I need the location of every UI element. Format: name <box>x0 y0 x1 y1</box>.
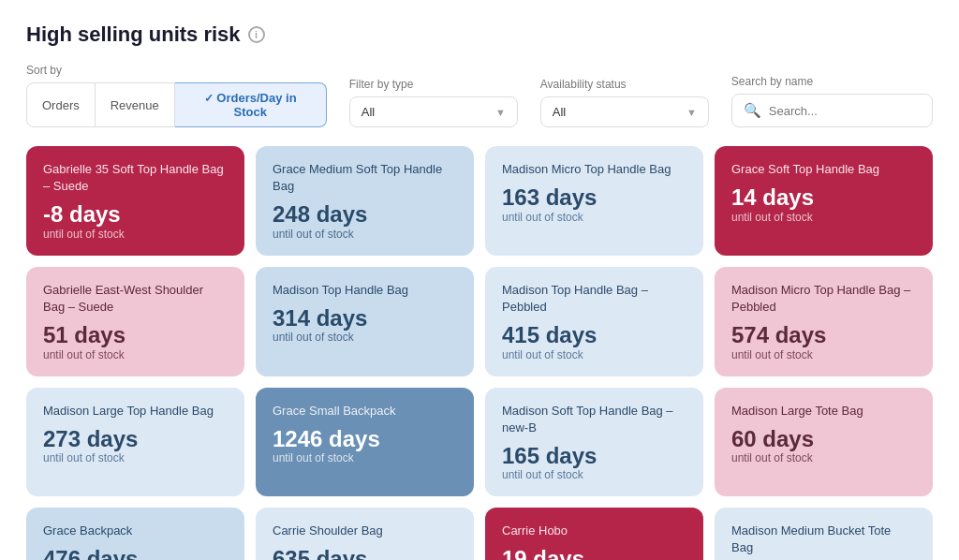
card-name: Madison Micro Top Handle Bag – Pebbled <box>731 282 916 316</box>
card-name: Madison Large Tote Bag <box>731 403 916 420</box>
sort-buttons: Orders Revenue Orders/Day in Stock <box>26 82 327 127</box>
product-card[interactable]: Madison Large Top Handle Bag 273 days un… <box>26 388 244 497</box>
search-control: Search by name 🔍 <box>731 75 933 127</box>
card-name: Madison Medium Bucket Tote Bag <box>731 523 916 556</box>
product-card[interactable]: Madison Medium Bucket Tote Bag 150 days … <box>715 508 933 560</box>
filter-type-control: Filter by type All ▼ <box>349 78 518 127</box>
card-subtitle: until out of stock <box>502 211 686 224</box>
card-days: 165 days <box>502 444 686 468</box>
availability-select[interactable]: All ▼ <box>540 96 709 127</box>
filter-type-value: All <box>361 105 375 119</box>
card-name: Madison Top Handle Bag <box>273 282 457 299</box>
search-input[interactable] <box>769 104 921 118</box>
availability-control: Availability status All ▼ <box>540 78 709 127</box>
sort-orders-button[interactable]: Orders <box>26 82 96 127</box>
card-days: 314 days <box>273 306 457 331</box>
product-card[interactable]: Carrie Hobo 19 days until out of stock <box>485 508 703 560</box>
card-subtitle: until out of stock <box>731 348 916 361</box>
card-name: Grace Backpack <box>43 523 228 539</box>
card-name: Madison Large Top Handle Bag <box>43 403 228 420</box>
card-days: 19 days <box>502 547 686 560</box>
card-days: 1246 days <box>273 427 457 451</box>
product-card[interactable]: Gabrielle East-West Shoulder Bag – Suede… <box>26 267 244 376</box>
sort-orders-day-button[interactable]: Orders/Day in Stock <box>175 82 327 127</box>
product-grid: Gabrielle 35 Soft Top Handle Bag – Suede… <box>26 146 933 560</box>
product-card[interactable]: Grace Medium Soft Top Handle Bag 248 day… <box>256 146 474 256</box>
filter-type-label: Filter by type <box>349 78 518 91</box>
card-subtitle: until out of stock <box>731 451 916 464</box>
sort-revenue-button[interactable]: Revenue <box>96 82 175 127</box>
card-days: 635 days <box>273 547 457 560</box>
card-days: 415 days <box>502 323 686 347</box>
product-card[interactable]: Madison Top Handle Bag 314 days until ou… <box>256 267 474 376</box>
card-days: 273 days <box>43 427 228 451</box>
card-subtitle: until out of stock <box>273 451 457 464</box>
controls-row: Sort by Orders Revenue Orders/Day in Sto… <box>26 64 933 127</box>
search-box: 🔍 <box>731 94 933 127</box>
card-name: Grace Small Backpack <box>273 403 457 420</box>
info-icon[interactable]: i <box>248 26 265 43</box>
card-days: 476 days <box>43 547 228 560</box>
card-days: 14 days <box>731 185 916 210</box>
card-name: Grace Soft Top Handle Bag <box>731 161 916 178</box>
availability-label: Availability status <box>540 78 709 91</box>
card-days: 51 days <box>43 323 228 347</box>
sort-control: Sort by Orders Revenue Orders/Day in Sto… <box>26 64 327 127</box>
card-name: Gabrielle 35 Soft Top Handle Bag – Suede <box>43 161 228 195</box>
card-name: Madison Micro Top Handle Bag <box>502 161 686 178</box>
card-name: Madison Soft Top Handle Bag – new-B <box>502 403 686 436</box>
card-name: Gabrielle East-West Shoulder Bag – Suede <box>43 282 228 316</box>
card-subtitle: until out of stock <box>502 468 686 481</box>
card-name: Madison Top Handle Bag – Pebbled <box>502 282 686 316</box>
product-card[interactable]: Madison Soft Top Handle Bag – new-B 165 … <box>485 388 703 497</box>
card-subtitle: until out of stock <box>43 451 228 464</box>
product-card[interactable]: Madison Top Handle Bag – Pebbled 415 day… <box>485 267 703 376</box>
card-subtitle: until out of stock <box>273 228 457 241</box>
product-card[interactable]: Grace Small Backpack 1246 days until out… <box>256 388 474 497</box>
card-subtitle: until out of stock <box>43 348 228 361</box>
card-subtitle: until out of stock <box>731 211 916 224</box>
availability-value: All <box>553 105 566 119</box>
card-days: 163 days <box>502 185 686 210</box>
product-card[interactable]: Grace Backpack 476 days until out of sto… <box>26 508 244 560</box>
product-card[interactable]: Gabrielle 35 Soft Top Handle Bag – Suede… <box>26 146 244 256</box>
card-days: 574 days <box>731 323 916 347</box>
card-name: Grace Medium Soft Top Handle Bag <box>273 161 457 195</box>
product-card[interactable]: Madison Large Tote Bag 60 days until out… <box>715 388 933 497</box>
card-days: 248 days <box>273 202 457 227</box>
search-icon: 🔍 <box>744 102 761 119</box>
card-subtitle: until out of stock <box>502 348 686 361</box>
product-card[interactable]: Carrie Shoulder Bag 635 days until out o… <box>256 508 474 560</box>
sort-label: Sort by <box>26 64 327 77</box>
card-subtitle: until out of stock <box>273 331 457 344</box>
page-title: High selling units risk i <box>26 22 933 47</box>
chevron-down-icon-2: ▼ <box>686 107 697 118</box>
card-subtitle: until out of stock <box>43 228 228 241</box>
card-name: Carrie Hobo <box>502 523 686 539</box>
card-name: Carrie Shoulder Bag <box>273 523 457 539</box>
chevron-down-icon: ▼ <box>495 107 506 118</box>
product-card[interactable]: Madison Micro Top Handle Bag – Pebbled 5… <box>715 267 933 376</box>
card-days: -8 days <box>43 202 228 227</box>
filter-type-select[interactable]: All ▼ <box>349 96 518 127</box>
search-label: Search by name <box>731 75 933 88</box>
product-card[interactable]: Grace Soft Top Handle Bag 14 days until … <box>715 146 933 256</box>
card-days: 60 days <box>731 427 916 451</box>
product-card[interactable]: Madison Micro Top Handle Bag 163 days un… <box>485 146 703 256</box>
